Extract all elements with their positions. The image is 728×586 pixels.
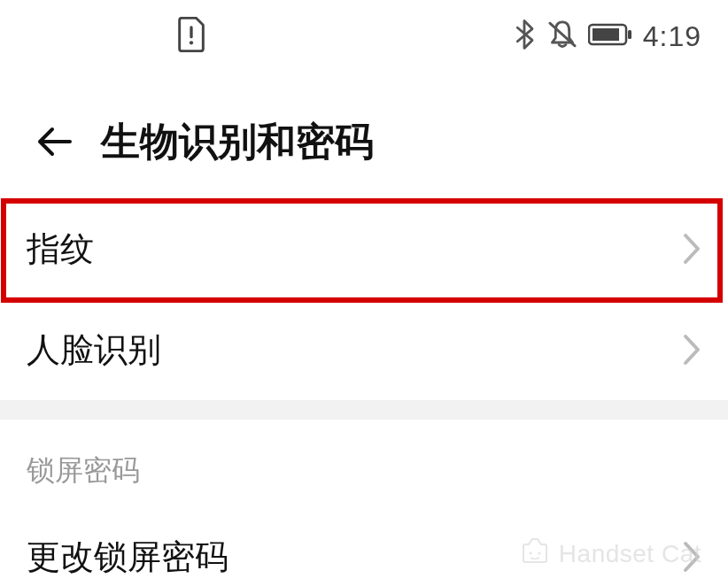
battery-icon	[588, 22, 632, 50]
list-item-label: 更改锁屏密码	[27, 535, 228, 580]
page-header: 生物识别和密码	[0, 106, 728, 177]
list-item-label: 人脸识别	[27, 328, 161, 373]
svg-point-6	[529, 552, 531, 555]
sim-warning-icon	[177, 17, 205, 56]
watermark-text: Handset Cat	[559, 540, 701, 568]
watermark-icon	[520, 537, 550, 570]
chevron-right-icon	[682, 232, 701, 266]
dnd-bell-icon	[547, 19, 577, 54]
svg-point-1	[190, 41, 193, 44]
list-item-label: 指纹	[27, 227, 94, 272]
list-item-face[interactable]: 人脸识别	[0, 299, 728, 400]
back-button[interactable]	[32, 120, 76, 164]
svg-rect-4	[592, 28, 619, 41]
status-right-group: 4:19	[512, 19, 701, 54]
svg-point-7	[538, 552, 540, 555]
status-left-group	[177, 17, 205, 56]
status-bar: 4:19	[0, 0, 728, 81]
svg-rect-5	[628, 30, 631, 39]
settings-list: 指纹 人脸识别 锁屏密码 更改锁屏密码	[0, 198, 728, 586]
chevron-right-icon	[682, 333, 701, 366]
section-divider	[0, 400, 728, 420]
clock: 4:19	[643, 20, 701, 53]
list-item-fingerprint[interactable]: 指纹	[0, 198, 728, 299]
page-title: 生物识别和密码	[101, 116, 374, 168]
bluetooth-icon	[512, 19, 537, 54]
section-header: 锁屏密码	[0, 420, 728, 506]
watermark: Handset Cat	[520, 537, 701, 570]
